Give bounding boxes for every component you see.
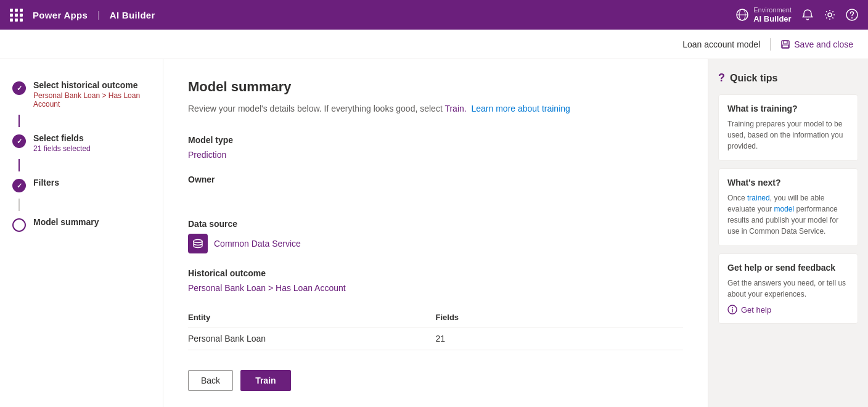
- data-source-section: Data source Common Data Service: [188, 219, 683, 253]
- tip-1-title: What is training?: [727, 104, 849, 113]
- step-4-text: Model summary: [33, 217, 99, 227]
- tip-3-text: Get the answers you need, or tell us abo…: [727, 278, 849, 300]
- svg-point-11: [732, 307, 733, 308]
- step-1-text: Select historical outcome Personal Bank …: [33, 80, 150, 109]
- owner-value: [188, 189, 683, 204]
- tip-card-2: What's next? Once trained, you will be a…: [718, 168, 858, 246]
- trained-link: trained: [747, 194, 770, 202]
- model-type-label: Model type: [188, 135, 683, 145]
- tips-title: Quick tips: [730, 73, 777, 84]
- svg-rect-8: [782, 45, 788, 47]
- tip-2-text: Once trained, you will be able evaluate …: [727, 192, 849, 237]
- data-source-label: Data source: [188, 219, 683, 229]
- model-link: model: [774, 205, 794, 213]
- entity-column-header: Entity: [188, 313, 436, 322]
- owner-label: Owner: [188, 175, 683, 184]
- step-2-circle: ✓: [12, 134, 26, 148]
- step-2-sublabel: 21 fields selected: [33, 144, 91, 153]
- header-bar: Loan account model Save and close: [0, 30, 868, 59]
- page-title: Model summary: [188, 79, 683, 95]
- tip-card-3: Get help or send feedback Get the answer…: [718, 253, 858, 324]
- step-4-circle: [12, 218, 26, 232]
- svg-point-5: [851, 17, 853, 18]
- svg-rect-6: [782, 41, 789, 48]
- step-3-text: Filters: [33, 178, 59, 187]
- fields-cell: 21: [436, 334, 684, 343]
- step-connector-1: [18, 115, 20, 127]
- step-3-label: Filters: [33, 178, 59, 187]
- sidebar-step-3[interactable]: ✓ Filters: [0, 171, 163, 199]
- get-help-label: Get help: [741, 305, 771, 314]
- save-icon: [780, 39, 790, 49]
- learn-link[interactable]: Learn more about training: [471, 104, 570, 113]
- product-name: AI Builder: [110, 10, 155, 20]
- step-1-label: Select historical outcome: [33, 80, 150, 90]
- svg-point-9: [194, 240, 202, 243]
- settings-icon[interactable]: [824, 9, 836, 21]
- waffle-icon[interactable]: [10, 9, 23, 22]
- tip-2-title: What's next?: [727, 178, 849, 187]
- owner-section: Owner: [188, 175, 683, 204]
- main-content: Model summary Review your model's detail…: [163, 59, 708, 407]
- tip-1-text: Training prepares your model to be used,…: [727, 118, 849, 152]
- sidebar-step-1[interactable]: ✓ Select historical outcome Personal Ban…: [0, 74, 163, 115]
- train-link[interactable]: Train.: [444, 104, 466, 113]
- notifications-icon[interactable]: [801, 9, 814, 21]
- data-source-row: Common Data Service: [188, 234, 683, 253]
- database-icon: [192, 238, 203, 249]
- train-button[interactable]: Train: [240, 370, 290, 391]
- historical-outcome-value: Personal Bank Loan > Has Loan Account: [188, 283, 683, 293]
- tip-card-1: What is training? Training prepares your…: [718, 94, 858, 161]
- quick-tips-panel: ? Quick tips What is training? Training …: [708, 59, 868, 407]
- tips-header: ? Quick tips: [718, 72, 858, 84]
- page-description: Review your model's details below. If ev…: [188, 102, 683, 115]
- app-name: Power Apps: [33, 10, 88, 20]
- cds-icon: [188, 234, 208, 253]
- top-navigation: Power Apps | AI Builder Environment AI B…: [0, 0, 868, 30]
- svg-point-3: [828, 13, 832, 17]
- fields-table: Entity Fields Personal Bank Loan 21: [188, 308, 683, 350]
- entity-cell: Personal Bank Loan: [188, 334, 436, 343]
- topnav-right: Environment AI Builder: [736, 6, 858, 23]
- step-1-sublabel: Personal Bank Loan > Has Loan Account: [33, 91, 150, 109]
- step-connector-2: [18, 159, 20, 171]
- historical-outcome-label: Historical outcome: [188, 268, 683, 278]
- step-2-text: Select fields 21 fields selected: [33, 133, 91, 153]
- data-source-name: Common Data Service: [214, 239, 301, 249]
- main-layout: ✓ Select historical outcome Personal Ban…: [0, 59, 868, 407]
- model-type-value: Prediction: [188, 150, 683, 160]
- model-name: Loan account model: [682, 39, 760, 49]
- question-icon: ?: [718, 72, 725, 84]
- model-type-section: Model type Prediction: [188, 135, 683, 160]
- description-static: Review your model's details below. If ev…: [188, 104, 443, 113]
- help-icon[interactable]: [846, 9, 858, 21]
- header-divider: [770, 38, 771, 51]
- step-2-label: Select fields: [33, 133, 91, 143]
- sidebar-step-4[interactable]: Model summary: [0, 211, 163, 238]
- environment-icon: [736, 9, 748, 21]
- action-buttons: Back Train: [188, 370, 683, 391]
- get-help-link[interactable]: Get help: [727, 305, 849, 314]
- back-button[interactable]: Back: [188, 370, 233, 391]
- step-connector-3: [18, 199, 20, 211]
- step-3-circle: ✓: [12, 179, 26, 192]
- topnav-left: Power Apps | AI Builder: [10, 9, 155, 22]
- tip-3-title: Get help or send feedback: [727, 263, 849, 273]
- save-and-close-button[interactable]: Save and close: [780, 39, 853, 49]
- header-bar-inner: Loan account model Save and close: [682, 38, 853, 51]
- topnav-separator: |: [97, 10, 100, 20]
- save-close-label: Save and close: [794, 39, 853, 49]
- sidebar-step-2[interactable]: ✓ Select fields 21 fields selected: [0, 127, 163, 159]
- table-header: Entity Fields: [188, 308, 683, 327]
- environment-block[interactable]: Environment AI Builder: [736, 6, 792, 23]
- sidebar: ✓ Select historical outcome Personal Ban…: [0, 59, 163, 407]
- step-4-label: Model summary: [33, 217, 99, 227]
- get-help-icon: [727, 305, 737, 314]
- environment-text: Environment AI Builder: [753, 6, 792, 23]
- historical-outcome-section: Historical outcome Personal Bank Loan > …: [188, 268, 683, 293]
- step-1-circle: ✓: [12, 81, 26, 95]
- table-row: Personal Bank Loan 21: [188, 327, 683, 350]
- fields-column-header: Fields: [436, 313, 684, 322]
